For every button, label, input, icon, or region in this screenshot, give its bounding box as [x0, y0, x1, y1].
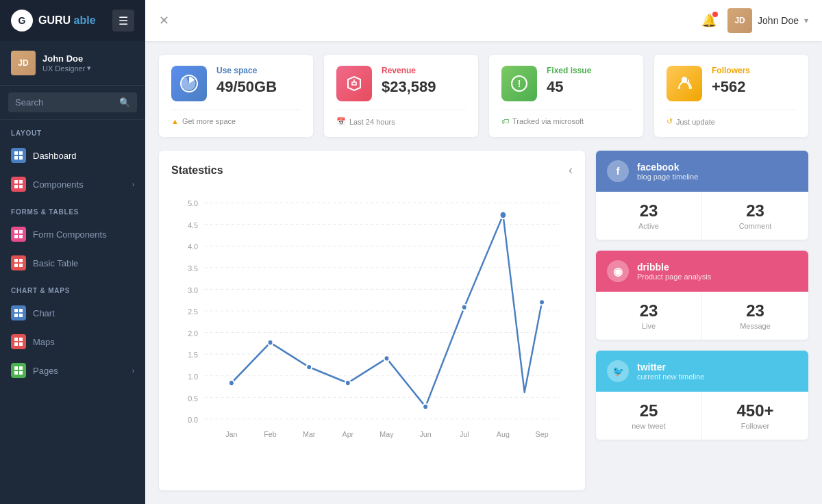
- svg-rect-12: [14, 259, 18, 262]
- stat-footer: 🏷 Tracked via microsoft: [501, 110, 631, 125]
- chevron-right-icon: ›: [132, 181, 134, 188]
- svg-text:3.5: 3.5: [188, 264, 198, 273]
- sidebar-item-basic-table[interactable]: Basic Table: [0, 249, 145, 277]
- stat-label: Revenue: [382, 66, 436, 75]
- twitter-tweet-label: new tweet: [607, 422, 690, 430]
- twitter-header: 🐦 twitter current new timeline: [596, 351, 808, 392]
- nav-section-chart-maps: Chart & Maps Chart Maps Pages ›: [0, 277, 145, 385]
- facebook-stats: 23 Active 23 Comment: [596, 192, 808, 240]
- chevron-right-icon: ›: [132, 367, 134, 375]
- svg-rect-21: [19, 338, 23, 341]
- svg-text:2.5: 2.5: [188, 307, 198, 316]
- twitter-subtitle: current new timeline: [637, 373, 704, 381]
- svg-rect-2: [14, 156, 18, 160]
- svg-rect-25: [19, 366, 23, 370]
- notification-dot: [712, 12, 718, 17]
- stat-value: 49/50GB: [216, 78, 277, 96]
- svg-text:Mar: Mar: [303, 430, 316, 438]
- svg-rect-8: [14, 230, 18, 234]
- stat-info: Use space 49/50GB: [216, 66, 277, 96]
- topbar-right: 🔔 JD John Doe ▾: [701, 8, 808, 33]
- svg-rect-22: [14, 342, 18, 346]
- svg-rect-15: [19, 264, 23, 267]
- statistics-svg: 0.0 0.5 1.0 1.5 2.0 2.5 3.0 3.5 4.0 4.5 …: [171, 188, 573, 462]
- svg-text:Apr: Apr: [342, 430, 353, 438]
- svg-text:5.0: 5.0: [188, 199, 198, 207]
- stat-card-top: Use space 49/50GB: [171, 66, 301, 101]
- svg-point-67: [423, 404, 428, 410]
- svg-rect-16: [14, 309, 18, 312]
- svg-text:Feb: Feb: [264, 430, 277, 438]
- sidebar-item-dashboard[interactable]: Dashboard: [0, 141, 145, 170]
- form-components-icon: [11, 227, 26, 242]
- sidebar-item-label: Form Components: [33, 229, 107, 240]
- svg-point-69: [500, 212, 507, 219]
- sidebar-item-maps[interactable]: Maps: [0, 327, 145, 356]
- stat-label: Followers: [712, 66, 750, 75]
- twitter-follower-value: 450+: [713, 401, 797, 420]
- sidebar-item-pages[interactable]: Pages ›: [0, 356, 145, 385]
- topbar-username: John Doe: [758, 15, 799, 26]
- sidebar-item-components[interactable]: Components ›: [0, 170, 145, 199]
- sidebar-item-label: Maps: [33, 337, 55, 347]
- svg-text:3.0: 3.0: [188, 286, 198, 294]
- revenue-icon: [336, 66, 372, 101]
- social-card-dribble: ◉ dribble Product page analysis 23 Live …: [596, 251, 808, 340]
- search-input[interactable]: [15, 97, 115, 108]
- twitter-follower-stat: 450+ Follower: [702, 392, 808, 440]
- stat-footer: ▲ Get more space: [171, 110, 301, 125]
- svg-text:Sep: Sep: [536, 430, 549, 438]
- facebook-comment-label: Comment: [713, 222, 797, 230]
- stat-card-top: Revenue $23,589: [336, 66, 466, 101]
- topbar-avatar: JD: [727, 8, 752, 33]
- stat-card-top: Followers +562: [667, 66, 796, 101]
- svg-rect-3: [19, 156, 23, 160]
- sidebar-item-label: Pages: [33, 366, 58, 376]
- chart-collapse-button[interactable]: ‹: [569, 163, 573, 177]
- logo: G GURU able: [11, 10, 96, 32]
- svg-rect-7: [19, 185, 23, 188]
- facebook-name: facebook: [637, 162, 698, 173]
- dribble-info: dribble Product page analysis: [637, 262, 711, 281]
- user-menu-button[interactable]: JD John Doe ▾: [727, 8, 808, 33]
- svg-rect-20: [14, 338, 18, 341]
- svg-rect-18: [14, 314, 18, 317]
- menu-toggle-button[interactable]: ☰: [112, 10, 134, 32]
- notification-button[interactable]: 🔔: [701, 13, 717, 28]
- svg-rect-24: [14, 366, 18, 370]
- svg-rect-9: [19, 230, 23, 234]
- bottom-section: Statestics ‹: [159, 151, 808, 490]
- sidebar-item-label: Components: [33, 179, 84, 190]
- sidebar-item-label: Basic Table: [33, 258, 78, 268]
- svg-rect-17: [19, 309, 23, 312]
- warning-icon: ▲: [171, 117, 179, 125]
- stat-card-use-space: Use space 49/50GB ▲ Get more space: [159, 55, 313, 137]
- svg-point-70: [539, 299, 545, 305]
- dribble-live-stat: 23 Live: [596, 292, 702, 340]
- svg-rect-6: [14, 185, 18, 188]
- stat-footer-text: Tracked via microsoft: [512, 117, 584, 125]
- chevron-down-icon: ▾: [87, 64, 91, 73]
- user-name: John Doe: [42, 53, 134, 64]
- svg-rect-4: [14, 180, 18, 184]
- svg-text:2.0: 2.0: [188, 329, 198, 337]
- social-card-facebook: f facebook blog page timeline 23 Active …: [596, 151, 808, 240]
- stat-footer: 📅 Last 24 hours: [336, 110, 466, 126]
- nav-section-layout: Layout Dashboard Components ›: [0, 120, 145, 199]
- facebook-active-label: Active: [607, 222, 690, 230]
- stat-footer-text: Get more space: [182, 117, 236, 125]
- stat-cards: Use space 49/50GB ▲ Get more space Reven…: [159, 55, 808, 137]
- page-content: Use space 49/50GB ▲ Get more space Reven…: [145, 41, 822, 504]
- sidebar-item-form-components[interactable]: Form Components: [0, 220, 145, 249]
- search-box: 🔍: [8, 92, 137, 112]
- svg-text:Jun: Jun: [419, 430, 431, 438]
- dribble-header: ◉ dribble Product page analysis: [596, 251, 808, 292]
- chart-header: Statestics ‹: [171, 163, 573, 177]
- close-icon[interactable]: ✕: [159, 13, 169, 28]
- facebook-comment-value: 23: [713, 201, 797, 220]
- nav-section-forms-tables: Forms & Tables Form Components Basic Tab…: [0, 199, 145, 277]
- stat-info: Followers +562: [712, 66, 750, 96]
- sidebar-item-chart[interactable]: Chart: [0, 299, 145, 327]
- dribble-live-label: Live: [607, 322, 690, 330]
- pages-icon: [11, 363, 26, 378]
